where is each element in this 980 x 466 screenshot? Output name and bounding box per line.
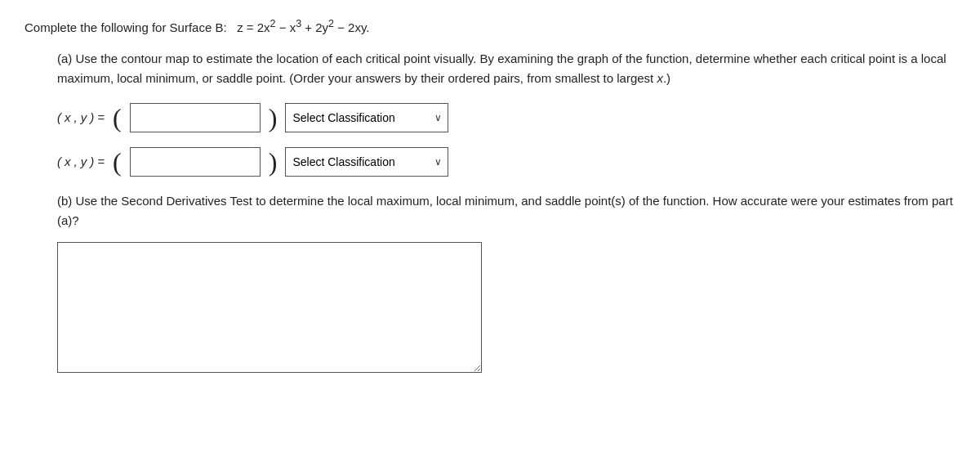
xy-label-2: (x, y) = [57,155,105,168]
paren-open-2: ( [113,149,122,175]
select-wrapper-1: Select Classification Local Maximum Loca… [285,103,448,132]
paren-close-1: ) [269,105,278,131]
critical-point-row-1: (x, y) = ( ) Select Classification Local… [57,103,956,132]
part-a-section: (a) Use the contour map to estimate the … [57,49,956,177]
part-a-label: (a) [57,52,76,65]
part-b-description: (b) Use the Second Derivatives Test to d… [57,191,956,231]
select-wrapper-2: Select Classification Local Maximum Loca… [285,147,448,177]
part-a-description: (a) Use the contour map to estimate the … [57,49,956,88]
header-text: Complete the following for Surface B: [24,20,227,34]
header-equation: z = 2x2 − x3 + 2y2 − 2xy. [237,20,369,34]
problem-container: Complete the following for Surface B: z … [24,16,956,373]
xy-label-1: (x, y) = [57,110,105,124]
coord-input-1[interactable] [130,103,261,132]
critical-point-row-2: (x, y) = ( ) Select Classification Local… [57,147,956,177]
coord-input-2[interactable] [130,147,261,177]
paren-open-1: ( [113,105,122,131]
classification-select-1[interactable]: Select Classification Local Maximum Loca… [285,103,448,132]
problem-header: Complete the following for Surface B: z … [24,16,956,38]
part-b-textarea[interactable] [57,242,482,373]
paren-close-2: ) [269,149,278,175]
part-b-section: (b) Use the Second Derivatives Test to d… [57,191,956,373]
classification-select-2[interactable]: Select Classification Local Maximum Loca… [285,147,448,177]
part-b-label: (b) [57,194,76,208]
